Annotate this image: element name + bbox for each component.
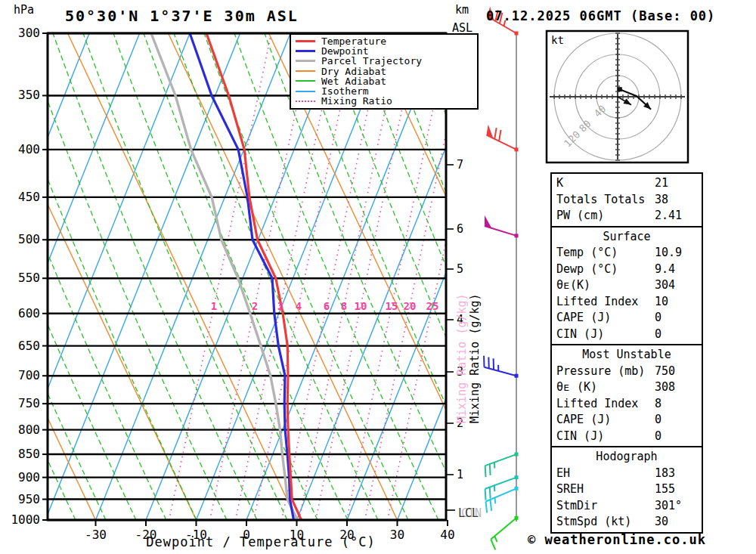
table-row-label: K — [552, 175, 655, 192]
table-row-value: 304 — [655, 277, 702, 294]
table-row: θᴇ(K)304 — [552, 277, 702, 294]
table-row: K21 — [552, 175, 702, 192]
wind-barb-495hpa — [485, 215, 519, 237]
legend-item-dry-adiabat: Dry Adiabat — [294, 67, 477, 76]
wind-barb-900hpa — [485, 475, 519, 500]
table-row: EH183 — [552, 466, 702, 482]
svg-text:450: 450 — [18, 190, 40, 204]
wind-barb-400hpa — [486, 125, 518, 152]
table-row: θᴇ (K)308 — [552, 379, 702, 396]
svg-text:2: 2 — [252, 300, 258, 312]
table-row-label: CIN (J) — [552, 327, 655, 343]
svg-text:Mixing Ratio (g/kg): Mixing Ratio (g/kg) — [468, 293, 482, 423]
table-row: PW (cm)2.41 — [552, 208, 702, 224]
legend-item-mixing-ratio: Mixing Ratio — [294, 96, 477, 106]
table-section-hodograph: HodographEH183SREH155StmDir301°StmSpd (k… — [550, 446, 703, 534]
table-row-label: Totals Totals — [552, 192, 655, 209]
svg-text:3: 3 — [277, 300, 284, 312]
legend-swatch-icon — [296, 80, 315, 82]
legend-swatch-icon — [296, 91, 315, 92]
hodograph-unit-label: kt — [551, 34, 564, 46]
table-row-value: 301° — [655, 498, 702, 515]
wind-barb-850hpa — [485, 453, 519, 478]
table-row-value: 0 — [655, 412, 702, 429]
svg-text:800: 800 — [18, 422, 40, 437]
table-section-most-unstable: Most UnstablePressure (mb)750θᴇ (K)308Li… — [550, 344, 703, 447]
wind-barb-700hpa — [484, 356, 518, 378]
table-row-value: 155 — [655, 481, 702, 498]
svg-text:950: 950 — [18, 492, 40, 506]
legend-swatch-icon — [296, 70, 315, 72]
table-row-value: 2.41 — [655, 208, 702, 224]
chart-legend: TemperatureDewpointParcel TrajectoryDry … — [290, 33, 479, 110]
table-row-label: CAPE (J) — [552, 412, 655, 429]
table-row-label: CAPE (J) — [552, 310, 655, 327]
svg-text:8: 8 — [341, 300, 347, 312]
table-row-label: Lifted Index — [552, 396, 655, 413]
svg-text:7: 7 — [457, 158, 463, 172]
table-section-title: Most Unstable — [552, 347, 702, 364]
table-row-value: 8 — [655, 396, 702, 413]
table-row: Lifted Index8 — [552, 396, 702, 413]
svg-text:1: 1 — [457, 468, 463, 481]
legend-item-wet-adiabat: Wet Adiabat — [294, 76, 477, 86]
svg-text:4: 4 — [296, 300, 302, 312]
legend-item-parcel-trajectory: Parcel Trajectory — [294, 56, 477, 66]
table-row-label: Dewp (°C) — [552, 262, 655, 278]
svg-text:1000: 1000 — [11, 512, 40, 527]
table-section-indices: K21Totals Totals38PW (cm)2.41 — [550, 172, 703, 227]
table-row-label: CIN (J) — [552, 429, 655, 445]
hodograph-panel: 4080120 — [547, 31, 688, 162]
table-row-label: Lifted Index — [552, 294, 655, 311]
table-row: Totals Totals38 — [552, 192, 702, 209]
table-row: Pressure (mb)750 — [552, 364, 702, 380]
table-row-label: EH — [552, 466, 655, 482]
wind-barb-column — [484, 6, 518, 549]
table-row: CAPE (J)0 — [552, 412, 702, 429]
table-row-label: Pressure (mb) — [552, 364, 655, 380]
legend-swatch-icon — [296, 50, 315, 52]
svg-text:400: 400 — [18, 142, 40, 156]
svg-text:15: 15 — [386, 300, 398, 312]
table-row: CIN (J)0 — [552, 327, 702, 343]
table-row: CAPE (J)0 — [552, 310, 702, 327]
table-row: SREH155 — [552, 481, 702, 498]
mixing-ratio-axis-label: Mixing Ratio (g/kg)Mixing Ratio (g/kg) — [455, 293, 482, 423]
table-row-label: SREH — [552, 481, 655, 498]
table-row-label: Temp (°C) — [552, 245, 655, 262]
table-row-value: 183 — [655, 466, 702, 482]
svg-text:600: 600 — [18, 306, 40, 320]
legend-item-label: Mixing Ratio — [321, 96, 392, 106]
table-row-value: 308 — [655, 379, 702, 396]
svg-text:25: 25 — [426, 300, 439, 312]
table-row-value: 0 — [655, 327, 702, 343]
svg-text:500: 500 — [18, 232, 40, 246]
table-row: StmDir301° — [552, 498, 702, 515]
svg-text:Mixing Ratio (g/kg): Mixing Ratio (g/kg) — [455, 293, 469, 423]
legend-swatch-icon — [296, 40, 315, 42]
pressure-axis-unit-label: hPa — [14, 3, 34, 17]
legend-item-label: Dry Adiabat — [321, 67, 386, 76]
page-title: 50°30'N 1°37'E 30m ASL — [65, 7, 299, 25]
table-row-label: StmSpd (kt) — [552, 514, 655, 531]
table-row-value: 10.9 — [655, 245, 702, 262]
run-datetime-label: 07.12.2025 06GMT (Base: 00) — [486, 8, 715, 23]
svg-text:6: 6 — [324, 300, 330, 312]
svg-text:1: 1 — [211, 300, 217, 312]
table-row-label: θᴇ (K) — [552, 379, 655, 396]
table-row-value: 9.4 — [655, 262, 702, 278]
table-row-label: θᴇ(K) — [552, 277, 655, 294]
svg-text:6: 6 — [457, 222, 463, 236]
table-row-value: 38 — [655, 192, 702, 209]
legend-item-label: Wet Adiabat — [321, 76, 386, 86]
svg-text:5: 5 — [457, 262, 463, 276]
skewt-sounding-page: 1234681015202530035040045050055060065070… — [0, 0, 756, 554]
table-row-value: 0 — [655, 310, 702, 327]
table-row-value: 21 — [655, 175, 702, 192]
svg-text:750: 750 — [18, 396, 40, 410]
table-row-value: 750 — [655, 364, 702, 380]
table-section-title: Hodograph — [552, 449, 702, 466]
temperature-axis-title: Dewpoint / Temperature (°C) — [91, 534, 431, 549]
legend-swatch-icon — [296, 101, 315, 102]
svg-text:700: 700 — [18, 368, 40, 382]
